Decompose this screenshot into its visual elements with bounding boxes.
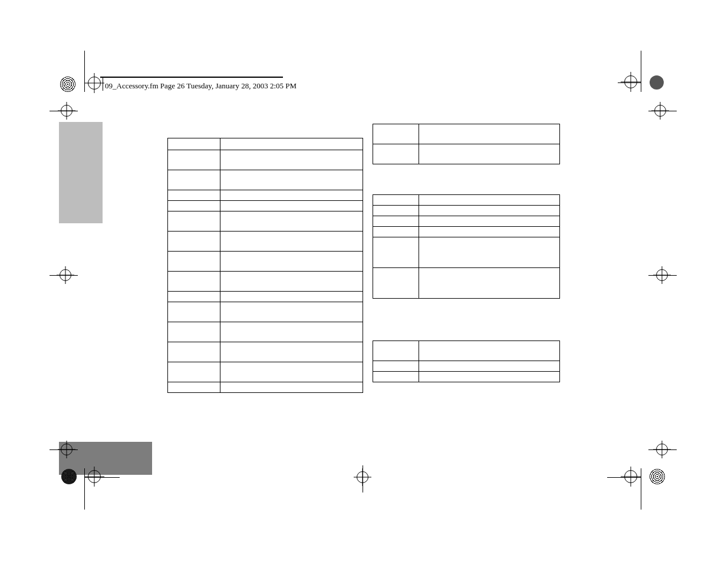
table-left-row <box>168 342 363 362</box>
reg-cross-br <box>621 467 641 487</box>
table-mid-right <box>373 194 560 299</box>
table-bot-right-cell-key <box>373 341 419 361</box>
table-left-cell-val <box>220 382 363 393</box>
table-left-cell-key <box>168 211 220 232</box>
table-left-row <box>168 150 363 170</box>
table-left-cell-val <box>220 150 363 170</box>
table-left-row <box>168 211 363 232</box>
table-mid-right-cell-val <box>419 195 560 206</box>
reg-cross-br-upper <box>653 441 671 458</box>
table-bot-right <box>373 340 560 382</box>
table-left-cell-val <box>220 322 363 342</box>
table-mid-right-cell-key <box>373 195 419 206</box>
table-mid-right-row <box>373 237 560 268</box>
reg-solid-tr <box>650 75 664 90</box>
reg-cross-lmid <box>57 266 74 284</box>
table-left-cell-key <box>168 170 220 190</box>
reg-eng-circle-tl <box>60 77 75 92</box>
reg-cross-bl <box>84 467 104 487</box>
table-mid-right-row <box>373 195 560 206</box>
table-top-right-cell-key <box>373 124 419 144</box>
reg-eng-circle-br <box>650 469 665 484</box>
table-mid-right-row <box>373 268 560 299</box>
crop-vline-br <box>641 468 641 510</box>
table-mid-right-row <box>373 206 560 216</box>
table-left-cell-val <box>220 362 363 382</box>
table-top-right-cell-key <box>373 144 419 164</box>
table-left-cell-key <box>168 342 220 362</box>
table-mid-right-cell-key <box>373 206 419 216</box>
table-left-cell-val <box>220 170 363 190</box>
reg-cross-tr2 <box>651 102 669 120</box>
table-left-row <box>168 138 363 150</box>
table-mid-right-cell-val <box>419 268 560 299</box>
table-left-cell-val <box>220 342 363 362</box>
table-mid-right-cell-val <box>419 237 560 268</box>
table-left-row <box>168 232 363 252</box>
table-left-cell-val <box>220 292 363 302</box>
table-left-cell-key <box>168 150 220 170</box>
table-left-cell-val <box>220 302 363 322</box>
table-mid-right-cell-val <box>419 227 560 237</box>
table-left-row <box>168 252 363 272</box>
table-mid-right-cell-key <box>373 227 419 237</box>
table-mid-right-cell-key <box>373 237 419 268</box>
reg-eng-circle-bl <box>61 469 77 484</box>
table-left-cell-key <box>168 232 220 252</box>
table-top-right-row <box>373 144 560 164</box>
table-left-cell-val <box>220 232 363 252</box>
table-left-cell-key <box>168 272 220 292</box>
page-header-text: 09_Accessory.fm Page 26 Tuesday, January… <box>105 81 297 91</box>
table-left-cell-key <box>168 322 220 342</box>
crop-hline-tl-top <box>100 77 283 78</box>
table-left-row <box>168 190 363 201</box>
table-mid-right-cell-val <box>419 206 560 216</box>
table-left-row <box>168 201 363 211</box>
reg-cross-bcenter <box>354 468 371 486</box>
table-left-cell-val <box>220 138 363 150</box>
table-top-right-cell-val <box>419 124 560 144</box>
table-bot-right-cell-key <box>373 361 419 372</box>
table-left <box>167 138 363 393</box>
reg-cross-tl2 <box>58 102 75 120</box>
table-left-cell-val <box>220 272 363 292</box>
table-left-cell-val <box>220 252 363 272</box>
reg-cross-rmid <box>653 266 671 284</box>
table-mid-right-cell-val <box>419 216 560 227</box>
table-top-right <box>373 124 560 164</box>
table-top-right-row <box>373 124 560 144</box>
reg-cross-tl <box>84 73 104 93</box>
table-top-right-cell-val <box>419 144 560 164</box>
table-mid-right-row <box>373 227 560 237</box>
table-left-row <box>168 322 363 342</box>
reg-cross-bl-upper <box>58 441 75 458</box>
table-left-cell-key <box>168 252 220 272</box>
table-left-cell-val <box>220 190 363 201</box>
table-left-row <box>168 302 363 322</box>
crop-vline-tr <box>641 51 641 92</box>
table-mid-right-row <box>373 216 560 227</box>
table-left-row <box>168 362 363 382</box>
table-bot-right-cell-val <box>419 372 560 382</box>
table-mid-right-cell-key <box>373 216 419 227</box>
table-left-row <box>168 292 363 302</box>
table-left-cell-key <box>168 292 220 302</box>
table-left-cell-val <box>220 201 363 211</box>
reg-cross-tr <box>621 72 641 92</box>
table-bot-right-row <box>373 372 560 382</box>
table-left-row <box>168 170 363 190</box>
table-bot-right-row <box>373 341 560 361</box>
table-left-cell-key <box>168 190 220 201</box>
table-left-cell-key <box>168 201 220 211</box>
table-left-row <box>168 382 363 393</box>
table-left-cell-key <box>168 138 220 150</box>
table-left-cell-key <box>168 362 220 382</box>
grey-block-top <box>59 122 103 223</box>
table-bot-right-cell-val <box>419 361 560 372</box>
table-bot-right-cell-key <box>373 372 419 382</box>
table-left-cell-key <box>168 302 220 322</box>
table-left-row <box>168 272 363 292</box>
table-mid-right-cell-key <box>373 268 419 299</box>
table-left-cell-key <box>168 382 220 393</box>
table-bot-right-cell-val <box>419 341 560 361</box>
